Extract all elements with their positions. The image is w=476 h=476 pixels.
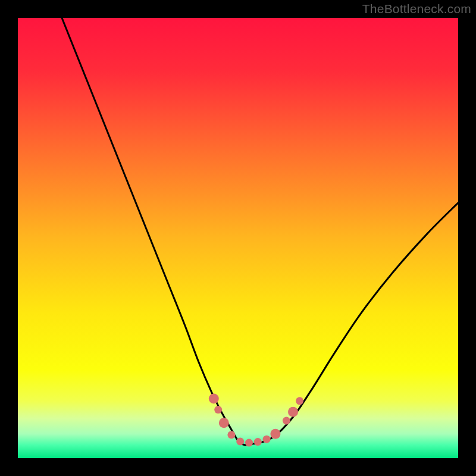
watermark-text: TheBottleneck.com [362, 2, 471, 16]
data-marker [219, 418, 229, 428]
data-marker [214, 406, 222, 414]
curve-layer [18, 18, 458, 458]
data-marker [296, 397, 303, 405]
bottleneck-curve [62, 18, 458, 445]
data-marker [227, 431, 235, 439]
data-marker [236, 437, 244, 445]
plot-area [18, 18, 458, 458]
data-marker [263, 436, 271, 443]
data-markers [209, 394, 303, 447]
data-marker [209, 394, 219, 404]
data-marker [254, 438, 262, 446]
data-marker [283, 417, 290, 425]
data-marker [270, 429, 280, 439]
chart-frame: TheBottleneck.com [0, 0, 476, 476]
data-marker [245, 439, 253, 447]
data-marker [288, 407, 298, 417]
